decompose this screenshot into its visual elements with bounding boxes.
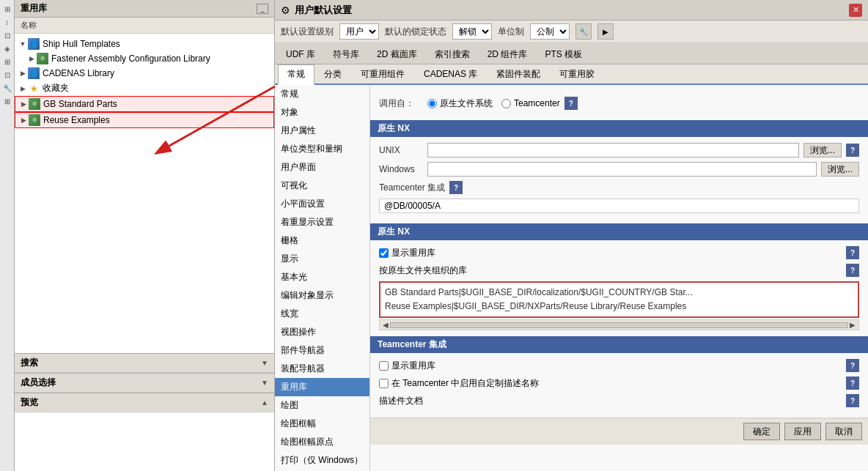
- tab-2d-cross[interactable]: 2D 截面库: [369, 45, 425, 64]
- panel-minimize-btn[interactable]: _: [257, 4, 268, 14]
- tc-show-reuse-lib-help-btn[interactable]: ?: [846, 359, 859, 372]
- tc-custom-desc-label[interactable]: 在 Teamcenter 中启用自定制描述名称: [379, 377, 539, 390]
- sidebar-icon-6[interactable]: ⊡: [1, 69, 13, 81]
- apply-to-help-btn[interactable]: ?: [564, 97, 578, 110]
- nav-grid[interactable]: 栅格: [275, 231, 369, 250]
- windows-input[interactable]: [427, 162, 817, 177]
- nav-general[interactable]: 常规: [275, 85, 369, 103]
- expand-icon-fastener[interactable]: ▶: [26, 53, 37, 64]
- expand-icon-ship-hull[interactable]: ▼: [18, 39, 28, 49]
- tab-udf[interactable]: UDF 库: [278, 45, 323, 64]
- unix-label: UNIX: [379, 145, 423, 155]
- nav-view-ops[interactable]: 视图操作: [275, 323, 369, 341]
- scroll-left-icon[interactable]: ◀: [383, 321, 389, 329]
- teamcenter-integration-help-btn[interactable]: ?: [449, 181, 463, 194]
- nav-visual[interactable]: 可视化: [275, 177, 369, 195]
- member-select-header[interactable]: 成员选择 ▼: [15, 374, 274, 393]
- nav-drawing[interactable]: 绘图: [275, 396, 369, 415]
- radio-native-input[interactable]: [427, 99, 437, 108]
- unix-browse-btn[interactable]: 浏览...: [803, 143, 842, 157]
- sub-tab-general[interactable]: 常规: [278, 64, 315, 85]
- nav-parts-nav[interactable]: 部件导航器: [275, 341, 369, 360]
- tc-custom-desc-help-btn[interactable]: ?: [846, 377, 859, 390]
- nav-basic-light[interactable]: 基本光: [275, 268, 369, 286]
- sidebar-icon-2[interactable]: ↕: [1, 16, 13, 28]
- tree-item-fastener[interactable]: ▶ ⚙ Fastener Assembly Configuration Libr…: [15, 51, 274, 66]
- sidebar-icon-3[interactable]: ⊡: [1, 29, 13, 41]
- nav-drawing-origin[interactable]: 绘图框幅原点: [275, 433, 369, 451]
- tree-item-cadenas[interactable]: ▶ 📘 CADENAS Library: [15, 66, 274, 81]
- paths-help-btn[interactable]: ?: [846, 264, 859, 277]
- ok-button[interactable]: 确定: [743, 423, 780, 440]
- radio-teamcenter-input[interactable]: [501, 99, 511, 108]
- sidebar-icon-5[interactable]: ⊞: [1, 56, 13, 67]
- tc-custom-desc-checkbox[interactable]: [379, 379, 389, 388]
- nav-units[interactable]: 单位类型和量纲: [275, 140, 369, 158]
- nav-assy-nav[interactable]: 装配导航器: [275, 360, 369, 378]
- nav-object[interactable]: 对象: [275, 103, 369, 122]
- unix-input[interactable]: [427, 143, 799, 157]
- sub-tab-fastener[interactable]: 紧固件装配: [487, 64, 550, 84]
- close-button[interactable]: ✕: [849, 4, 862, 17]
- tc-show-reuse-lib-checkbox[interactable]: [379, 361, 389, 371]
- preview-collapse-icon[interactable]: ▲: [261, 398, 268, 407]
- tc-show-reuse-lib-label[interactable]: 显示重用库: [379, 360, 435, 372]
- expand-icon-favorites[interactable]: ▶: [18, 84, 28, 94]
- sub-tab-cadenas[interactable]: CADENAS 库: [414, 64, 487, 84]
- scroll-right-icon[interactable]: ▶: [850, 321, 856, 329]
- lock-select[interactable]: 解锁: [452, 23, 492, 40]
- windows-browse-btn[interactable]: 浏览...: [821, 162, 859, 177]
- radio-teamcenter[interactable]: Teamcenter: [501, 98, 560, 108]
- settings-icon-btn-1[interactable]: 🔧: [575, 23, 592, 40]
- show-reuse-lib-help-btn[interactable]: ?: [846, 246, 859, 259]
- tc-desc-file-help-btn[interactable]: ?: [846, 394, 859, 407]
- nav-highlight[interactable]: 着重显示设置: [275, 213, 369, 231]
- nav-drawing-frame[interactable]: 绘图框幅: [275, 415, 369, 433]
- sub-tab-classify[interactable]: 分类: [315, 64, 351, 84]
- expand-icon-cadenas[interactable]: ▶: [18, 68, 28, 78]
- tab-index[interactable]: 索引搜索: [427, 45, 478, 64]
- tree-item-ship-hull[interactable]: ▼ 📘 Ship Hull Templates: [15, 37, 274, 51]
- nav-user-props[interactable]: 用户属性: [275, 122, 369, 140]
- reuse-panel-title: 重用库: [21, 2, 47, 15]
- radio-native[interactable]: 原生文件系统: [427, 97, 493, 110]
- apply-button[interactable]: 应用: [784, 423, 821, 440]
- tree-item-reuse-examples[interactable]: ▶ ⚙ Reuse Examples: [15, 112, 274, 128]
- nav-ui[interactable]: 用户界面: [275, 158, 369, 177]
- nav-facets[interactable]: 小平面设置: [275, 195, 369, 213]
- search-header[interactable]: 搜索 ▼: [15, 354, 274, 373]
- nav-reuse-lib[interactable]: 重用库: [275, 378, 369, 396]
- tree-item-gb-standard[interactable]: ▶ ⚙ GB Standard Parts: [15, 96, 274, 112]
- unix-help-btn[interactable]: ?: [846, 144, 859, 157]
- preview-header[interactable]: 预览 ▲: [15, 393, 274, 412]
- tree-label-fastener: Fastener Assembly Configuration Library: [51, 53, 210, 64]
- sub-tab-reusable2[interactable]: 可重用胶: [550, 64, 604, 84]
- nav-edit-display[interactable]: 编辑对象显示: [275, 286, 369, 305]
- nav-display[interactable]: 显示: [275, 250, 369, 268]
- level-select[interactable]: 用户: [339, 23, 379, 40]
- expand-icon-gb-standard[interactable]: ▶: [18, 99, 29, 109]
- sidebar-icon-7[interactable]: 🔧: [1, 82, 13, 94]
- settings-icon-btn-2[interactable]: ▶: [597, 23, 614, 40]
- level-label: 默认设置级别: [281, 26, 334, 38]
- sidebar-icon-8[interactable]: ⊞: [1, 95, 13, 107]
- show-reuse-lib-checkbox[interactable]: [379, 248, 389, 258]
- book-icon-cadenas: 📘: [28, 67, 40, 79]
- sidebar-icon-4[interactable]: ◈: [1, 42, 13, 54]
- sidebar-icon-1[interactable]: ⊞: [1, 3, 13, 15]
- nav-print[interactable]: 打印（仅 Windows）: [275, 451, 369, 470]
- member-select-collapse-icon[interactable]: ▼: [261, 379, 268, 387]
- gear-book-icon-reuse-examples: ⚙: [29, 114, 40, 126]
- show-reuse-lib-label[interactable]: 显示重用库: [379, 247, 435, 259]
- sub-tab-reusable[interactable]: 可重用组件: [351, 64, 414, 84]
- paths-box[interactable]: GB Standard Parts|$UGII_BASE_DIR/localiz…: [379, 281, 859, 318]
- tab-symbol[interactable]: 符号库: [325, 45, 367, 64]
- tab-2d-parts[interactable]: 2D 组件库: [479, 45, 536, 64]
- search-collapse-icon[interactable]: ▼: [261, 359, 268, 367]
- tree-item-favorites[interactable]: ▶ ★ 收藏夹: [15, 81, 274, 96]
- tab-pts[interactable]: PTS 模板: [537, 45, 590, 64]
- expand-icon-reuse-examples[interactable]: ▶: [18, 115, 29, 125]
- cancel-button[interactable]: 取消: [825, 423, 862, 440]
- unit-select[interactable]: 公制: [530, 23, 570, 40]
- nav-linewidth[interactable]: 线宽: [275, 305, 369, 323]
